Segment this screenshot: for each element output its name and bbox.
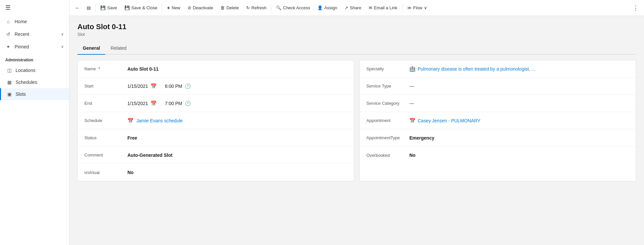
email-icon: ✉ <box>369 5 372 10</box>
schedules-icon: ▦ <box>6 79 12 85</box>
share-button[interactable]: ↗ Share <box>341 3 365 12</box>
field-row-schedule: Schedule 📅 Jamie Evans schedule <box>78 112 354 129</box>
page-icon-button: ▤ <box>83 3 94 12</box>
recent-icon: ↺ <box>5 31 11 37</box>
save-close-button[interactable]: 💾 Save & Close <box>121 3 161 12</box>
form-columns: Name * Auto Slot 0-11 Start 1/15/2021 📅 … <box>77 60 636 181</box>
schedule-link-icon: 📅 <box>127 118 134 124</box>
assign-button[interactable]: 👤 Assign <box>314 3 341 12</box>
hamburger-menu[interactable]: ☰ <box>0 0 69 15</box>
page-subtitle: Slot <box>77 32 636 37</box>
calendar-icon-start[interactable]: 📅 <box>151 83 157 89</box>
value-comment: Auto-Generated Slot <box>127 153 347 158</box>
email-link-button[interactable]: ✉ Email a Link <box>365 3 401 12</box>
calendar-icon-end[interactable]: 📅 <box>151 100 157 106</box>
pin-icon: ✦ <box>5 44 11 50</box>
locations-icon: ◫ <box>6 67 12 73</box>
back-icon: ← <box>75 5 80 11</box>
deactivate-button[interactable]: ⊘ Deactivate <box>184 3 216 12</box>
label-name: Name * <box>84 66 127 71</box>
clock-icon-end[interactable]: 🕐 <box>185 100 191 106</box>
field-row-name: Name * Auto Slot 0-11 <box>78 60 354 78</box>
start-datetime: 1/15/2021 📅 6:00 PM 🕐 <box>127 83 191 89</box>
page-header: Auto Slot 0-11 Slot <box>77 23 636 37</box>
value-isvirtual: No <box>127 170 347 175</box>
value-service-type: --- <box>409 84 629 89</box>
label-status: Status <box>84 135 127 140</box>
value-status: Free <box>127 135 347 141</box>
appointment-link[interactable]: 📅 Casey Jensen - PULMONARY <box>409 118 481 124</box>
slots-icon: ▣ <box>6 91 12 97</box>
value-end: 1/15/2021 📅 7:00 PM 🕐 <box>127 100 347 106</box>
flow-icon: ≫ <box>407 5 412 10</box>
tab-related[interactable]: Related <box>105 42 132 55</box>
field-row-comment: Comment Auto-Generated Slot <box>78 147 354 164</box>
more-options-button[interactable]: ⋮ <box>630 2 641 14</box>
value-schedule: 📅 Jamie Evans schedule <box>127 118 347 124</box>
end-date: 1/15/2021 <box>127 101 148 106</box>
sidebar-label-locations: Locations <box>16 68 35 73</box>
sidebar-section-admin: Administration <box>0 53 69 64</box>
sidebar-item-slots[interactable]: ▣ Slots <box>0 88 69 100</box>
save-button[interactable]: 💾 Save <box>97 3 120 12</box>
content-area: Auto Slot 0-11 Slot General Related Name… <box>69 16 644 245</box>
page-title: Auto Slot 0-11 <box>77 23 636 31</box>
flow-button[interactable]: ≫ Flow ∨ <box>404 3 431 12</box>
back-button[interactable]: ← <box>72 3 83 13</box>
field-row-status: Status Free <box>78 129 354 147</box>
field-row-service-type: Service Type --- <box>360 78 636 95</box>
delete-button[interactable]: 🗑 Delete <box>217 3 242 12</box>
form-card-left: Name * Auto Slot 0-11 Start 1/15/2021 📅 … <box>77 60 354 181</box>
flow-chevron-icon: ∨ <box>424 5 427 10</box>
label-start: Start <box>84 84 127 89</box>
toolbar-divider-1 <box>95 4 96 12</box>
chevron-down-icon: ∨ <box>61 32 64 36</box>
tab-general[interactable]: General <box>77 42 105 55</box>
label-service-category: Service Category <box>366 101 409 106</box>
refresh-button[interactable]: ↻ Refresh <box>243 3 270 12</box>
share-icon: ↗ <box>345 5 348 10</box>
field-row-appointment: Appointment 📅 Casey Jensen - PULMONARY <box>360 112 636 129</box>
specialty-link-icon: 🏥 <box>409 66 416 72</box>
check-access-button[interactable]: 🔍 Check Access <box>273 3 313 12</box>
toolbar: ← ▤ 💾 Save 💾 Save & Close + New ⊘ Deacti… <box>69 0 644 16</box>
field-row-specialty: Specialty 🏥 Pulmonary disease is often t… <box>360 60 636 78</box>
label-service-type: Service Type <box>366 84 409 89</box>
field-row-appointment-type: AppointmentType Emergency <box>360 129 636 147</box>
schedule-link[interactable]: Jamie Evans schedule <box>136 118 347 123</box>
sidebar-item-locations[interactable]: ◫ Locations <box>0 64 69 76</box>
home-icon: ⌂ <box>5 19 11 25</box>
specialty-link[interactable]: 🏥 Pulmonary disease is often treated by … <box>409 66 535 72</box>
field-row-overbooked: Overbooked No <box>360 147 636 164</box>
assign-icon: 👤 <box>317 5 323 10</box>
new-button[interactable]: + New <box>163 3 183 13</box>
new-icon: + <box>167 5 170 11</box>
value-start: 1/15/2021 📅 6:00 PM 🕐 <box>127 83 347 89</box>
field-row-service-category: Service Category --- <box>360 95 636 112</box>
field-row-start: Start 1/15/2021 📅 6:00 PM 🕐 <box>78 78 354 95</box>
label-appointment: Appointment <box>366 118 409 123</box>
sidebar-item-recent[interactable]: ↺ Recent ∨ <box>0 28 69 40</box>
label-appointment-type: AppointmentType <box>366 135 409 140</box>
sidebar-item-schedules[interactable]: ▦ Schedules <box>0 76 69 88</box>
value-appointment: 📅 Casey Jensen - PULMONARY <box>409 118 629 124</box>
sidebar-item-home[interactable]: ⌂ Home <box>0 15 69 28</box>
sidebar: ☰ ⌂ Home ↺ Recent ∨ ✦ Pinned ∨ Administr… <box>0 0 69 245</box>
sidebar-item-pinned[interactable]: ✦ Pinned ∨ <box>0 40 69 53</box>
label-end: End <box>84 101 127 106</box>
deactivate-icon: ⊘ <box>188 5 191 10</box>
start-date: 1/15/2021 <box>127 84 148 89</box>
toolbar-divider-2 <box>162 4 162 12</box>
main-panel: ← ▤ 💾 Save 💾 Save & Close + New ⊘ Deacti… <box>69 0 644 245</box>
clock-icon-start[interactable]: 🕐 <box>185 83 191 89</box>
check-access-icon: 🔍 <box>276 5 281 10</box>
value-overbooked: No <box>409 153 629 158</box>
sidebar-label-recent: Recent <box>15 31 29 37</box>
hamburger-icon: ☰ <box>5 4 11 11</box>
form-card-right: Specialty 🏥 Pulmonary disease is often t… <box>359 60 636 181</box>
tab-bar: General Related <box>77 42 636 55</box>
save-close-icon: 💾 <box>124 5 130 10</box>
value-name: Auto Slot 0-11 <box>127 66 347 72</box>
value-specialty: 🏥 Pulmonary disease is often treated by … <box>409 66 629 72</box>
required-indicator-name: * <box>98 66 100 71</box>
